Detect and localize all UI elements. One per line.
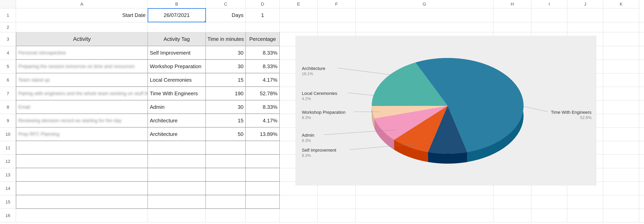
cell-pct[interactable]: 4.17%	[246, 114, 280, 127]
cell-blank[interactable]	[148, 182, 206, 195]
cell-blank[interactable]	[206, 141, 246, 154]
cell-blank[interactable]	[246, 182, 280, 195]
cell-H16[interactable]	[494, 209, 531, 222]
col-header-I[interactable]: I	[531, 0, 567, 8]
cell-blank[interactable]	[603, 168, 639, 182]
col-header-E[interactable]: E	[280, 0, 318, 8]
cell-blank[interactable]	[603, 60, 639, 73]
cell-time[interactable]: 50	[206, 127, 246, 141]
cell-blank[interactable]	[603, 87, 639, 100]
row-header-2[interactable]: 2	[0, 22, 16, 32]
cell-time[interactable]: 190	[206, 87, 246, 100]
cell-blank[interactable]	[603, 195, 639, 209]
cell-activity[interactable]: Preparing the session tomorrow on time a…	[16, 60, 148, 73]
cell-K2[interactable]	[603, 22, 639, 32]
cell-blank[interactable]	[148, 168, 206, 182]
cell-blank[interactable]	[494, 195, 531, 209]
row-header-16[interactable]: 16	[0, 209, 16, 223]
cell-blank[interactable]	[206, 168, 246, 182]
cell-D1[interactable]: 1	[246, 8, 280, 22]
cell-blank[interactable]	[603, 141, 639, 154]
cell-blank[interactable]	[16, 195, 148, 209]
cell-tag[interactable]: Workshop Preparation	[148, 60, 206, 73]
row-header-5[interactable]: 5	[0, 60, 16, 73]
cell-tag[interactable]: Local Ceremonies	[148, 73, 206, 87]
cell-tag[interactable]: Architecture	[148, 127, 206, 141]
cell-G2[interactable]	[356, 22, 494, 32]
cell-A2[interactable]	[16, 22, 148, 32]
row-header-6[interactable]: 6	[0, 73, 16, 87]
col-header-G[interactable]: G	[356, 0, 494, 8]
row-header-13[interactable]: 13	[0, 168, 16, 182]
cell-blank[interactable]	[567, 195, 603, 209]
cell-activity[interactable]: Personal retrospective	[16, 46, 148, 60]
cell-time[interactable]: 30	[206, 46, 246, 60]
cell-C2[interactable]	[206, 22, 246, 32]
row-header-10[interactable]: 10	[0, 127, 16, 141]
cell-J1[interactable]	[567, 8, 603, 22]
cell-C1[interactable]: Days	[206, 8, 246, 22]
cell-B2[interactable]	[148, 22, 206, 32]
header-activity[interactable]: Activity	[16, 32, 148, 46]
cell-blank[interactable]	[246, 155, 280, 168]
cell-blank[interactable]	[16, 155, 148, 168]
cell-activity[interactable]: Pairing with engineers and the whole tea…	[16, 87, 148, 100]
col-header-B[interactable]: B	[148, 0, 206, 8]
cell-F2[interactable]	[318, 22, 356, 32]
cell-I1[interactable]	[531, 8, 567, 22]
cell-B1-selected[interactable]: 26/07/2021	[148, 8, 206, 22]
cell-tag[interactable]: Time With Engineers	[148, 87, 206, 100]
col-header-F[interactable]: F	[318, 0, 356, 8]
row-header-1[interactable]: 1	[0, 8, 16, 22]
cell-F1[interactable]	[318, 8, 356, 22]
col-header-H[interactable]: H	[494, 0, 531, 8]
cell-blank[interactable]	[531, 195, 567, 209]
cell-blank[interactable]	[246, 168, 280, 182]
cell-pct[interactable]: 4.17%	[246, 73, 280, 87]
cell-I16[interactable]	[531, 209, 567, 222]
cell-blank[interactable]	[206, 155, 246, 168]
cell-E1[interactable]	[280, 8, 318, 22]
cell-activity[interactable]: Team stand up	[16, 73, 148, 87]
cell-blank[interactable]	[148, 155, 206, 168]
row-header-8[interactable]: 8	[0, 101, 16, 114]
cell-E16[interactable]	[280, 209, 318, 222]
cell-pct[interactable]: 13.89%	[246, 127, 280, 141]
cell-blank[interactable]	[206, 195, 246, 209]
cell-time[interactable]: 30	[206, 101, 246, 114]
cell-blank[interactable]	[603, 182, 639, 195]
cell-tag[interactable]: Architecture	[148, 114, 206, 127]
cell-H1[interactable]	[494, 8, 531, 22]
cell-J2[interactable]	[567, 22, 603, 32]
header-time[interactable]: Time in minutes	[206, 32, 246, 46]
cell-pct[interactable]: 52.78%	[246, 87, 280, 100]
cell-tag[interactable]: Self Improvement	[148, 46, 206, 60]
cell-E2[interactable]	[280, 22, 318, 32]
header-percentage[interactable]: Percentage	[246, 32, 280, 46]
cell-F16[interactable]	[318, 209, 356, 222]
row-header-14[interactable]: 14	[0, 182, 16, 195]
cell-activity[interactable]: Email	[16, 101, 148, 114]
cell-B16[interactable]	[148, 209, 206, 222]
cell-blank[interactable]	[206, 182, 246, 195]
cell-blank[interactable]	[603, 101, 639, 114]
cell-tag[interactable]: Admin	[148, 101, 206, 114]
row-header-4[interactable]: 4	[0, 46, 16, 60]
cell-H2[interactable]	[494, 22, 531, 32]
cell-A16[interactable]	[16, 209, 148, 222]
header-tag[interactable]: Activity Tag	[148, 32, 206, 46]
cell-blank[interactable]	[603, 155, 639, 168]
col-header-J[interactable]: J	[567, 0, 603, 8]
cell-activity[interactable]: Prep RFC Planning	[16, 127, 148, 141]
row-header-15[interactable]: 15	[0, 195, 16, 209]
cell-blank[interactable]	[148, 141, 206, 154]
pie-chart[interactable]: Time With Engineers52.8%Architecture18.1…	[296, 36, 596, 185]
col-header-A[interactable]: A	[16, 0, 148, 8]
cell-A1[interactable]: Start Date	[16, 8, 148, 22]
cell-blank[interactable]	[246, 141, 280, 154]
row-header-7[interactable]: 7	[0, 87, 16, 101]
cell-blank[interactable]	[603, 127, 639, 141]
row-header-3[interactable]: 3	[0, 32, 16, 46]
cell-blank[interactable]	[16, 168, 148, 182]
cell-blank[interactable]	[603, 46, 639, 60]
